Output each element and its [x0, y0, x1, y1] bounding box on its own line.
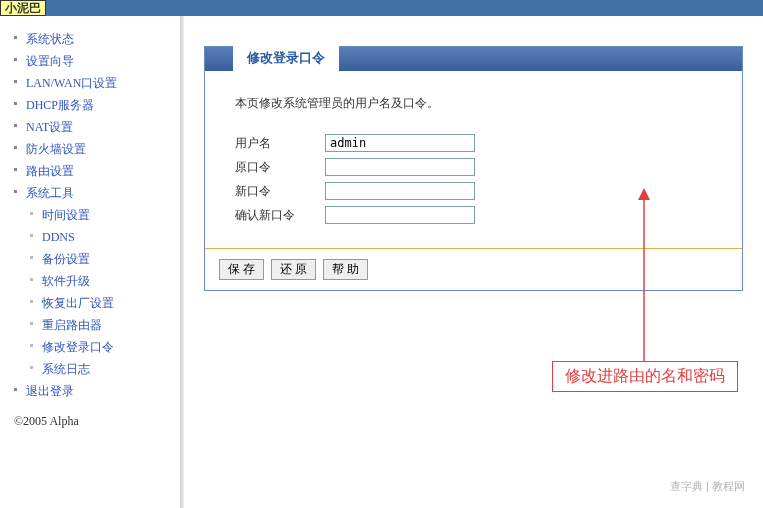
panel-header: 修改登录口令 — [205, 47, 742, 71]
sidebar-link[interactable]: 软件升级 — [42, 274, 90, 288]
main-content: 修改登录口令 本页修改系统管理员的用户名及口令。 用户名 原口令 新口令 确认新… — [184, 16, 763, 508]
panel-body: 本页修改系统管理员的用户名及口令。 用户名 原口令 新口令 确认新口令 — [205, 71, 742, 249]
sidebar-link[interactable]: 系统状态 — [26, 32, 74, 46]
input-old-password[interactable] — [325, 158, 475, 176]
sidebar-link[interactable]: 恢复出厂设置 — [42, 296, 114, 310]
sidebar-link[interactable]: 时间设置 — [42, 208, 90, 222]
sidebar-item-8[interactable]: 时间设置 — [4, 204, 176, 226]
sidebar-item-10[interactable]: 备份设置 — [4, 248, 176, 270]
input-confirm-password[interactable] — [325, 206, 475, 224]
sidebar-item-4[interactable]: NAT设置 — [4, 116, 176, 138]
sidebar-link[interactable]: DHCP服务器 — [26, 98, 94, 112]
annotation-box: 修改进路由的名和密码 — [552, 361, 738, 392]
sidebar-link[interactable]: 路由设置 — [26, 164, 74, 178]
sidebar-item-7[interactable]: 系统工具 — [4, 182, 176, 204]
sidebar-item-2[interactable]: LAN/WAN口设置 — [4, 72, 176, 94]
row-new-password: 新口令 — [235, 182, 712, 200]
sidebar-item-16[interactable]: 退出登录 — [4, 380, 176, 402]
sidebar-link[interactable]: 系统日志 — [42, 362, 90, 376]
sidebar-link[interactable]: 修改登录口令 — [42, 340, 114, 354]
sidebar-link[interactable]: 防火墙设置 — [26, 142, 86, 156]
sidebar-link[interactable]: NAT设置 — [26, 120, 73, 134]
sidebar-link[interactable]: 设置向导 — [26, 54, 74, 68]
copyright-text: ©2005 Alpha — [14, 414, 176, 429]
settings-panel: 修改登录口令 本页修改系统管理员的用户名及口令。 用户名 原口令 新口令 确认新… — [204, 46, 743, 291]
sidebar-link[interactable]: 系统工具 — [26, 186, 74, 200]
label-username: 用户名 — [235, 135, 325, 152]
sidebar-item-15[interactable]: 系统日志 — [4, 358, 176, 380]
panel-footer: 保 存 还 原 帮 助 — [205, 249, 742, 290]
label-confirm-password: 确认新口令 — [235, 207, 325, 224]
save-button[interactable]: 保 存 — [219, 259, 264, 280]
row-old-password: 原口令 — [235, 158, 712, 176]
header-bar: 小泥巴 — [0, 0, 763, 16]
sidebar-item-9[interactable]: DDNS — [4, 226, 176, 248]
input-username[interactable] — [325, 134, 475, 152]
sidebar-item-6[interactable]: 路由设置 — [4, 160, 176, 182]
label-old-password: 原口令 — [235, 159, 325, 176]
brand-tab: 小泥巴 — [0, 0, 46, 16]
sidebar-link[interactable]: LAN/WAN口设置 — [26, 76, 117, 90]
layout: 系统状态设置向导LAN/WAN口设置DHCP服务器NAT设置防火墙设置路由设置系… — [0, 16, 763, 508]
help-button[interactable]: 帮 助 — [323, 259, 368, 280]
sidebar-item-13[interactable]: 重启路由器 — [4, 314, 176, 336]
sidebar-item-14[interactable]: 修改登录口令 — [4, 336, 176, 358]
sidebar-link[interactable]: DDNS — [42, 230, 75, 244]
row-confirm-password: 确认新口令 — [235, 206, 712, 224]
sidebar-item-0[interactable]: 系统状态 — [4, 28, 176, 50]
restore-button[interactable]: 还 原 — [271, 259, 316, 280]
sidebar-item-11[interactable]: 软件升级 — [4, 270, 176, 292]
sidebar: 系统状态设置向导LAN/WAN口设置DHCP服务器NAT设置防火墙设置路由设置系… — [0, 16, 180, 508]
row-username: 用户名 — [235, 134, 712, 152]
panel-description: 本页修改系统管理员的用户名及口令。 — [235, 95, 712, 112]
sidebar-link[interactable]: 备份设置 — [42, 252, 90, 266]
sidebar-link[interactable]: 退出登录 — [26, 384, 74, 398]
watermark: 查字典 | 教程网 — [670, 479, 745, 494]
sidebar-item-5[interactable]: 防火墙设置 — [4, 138, 176, 160]
sidebar-item-12[interactable]: 恢复出厂设置 — [4, 292, 176, 314]
label-new-password: 新口令 — [235, 183, 325, 200]
input-new-password[interactable] — [325, 182, 475, 200]
sidebar-item-1[interactable]: 设置向导 — [4, 50, 176, 72]
sidebar-item-3[interactable]: DHCP服务器 — [4, 94, 176, 116]
sidebar-link[interactable]: 重启路由器 — [42, 318, 102, 332]
panel-title: 修改登录口令 — [233, 45, 339, 71]
